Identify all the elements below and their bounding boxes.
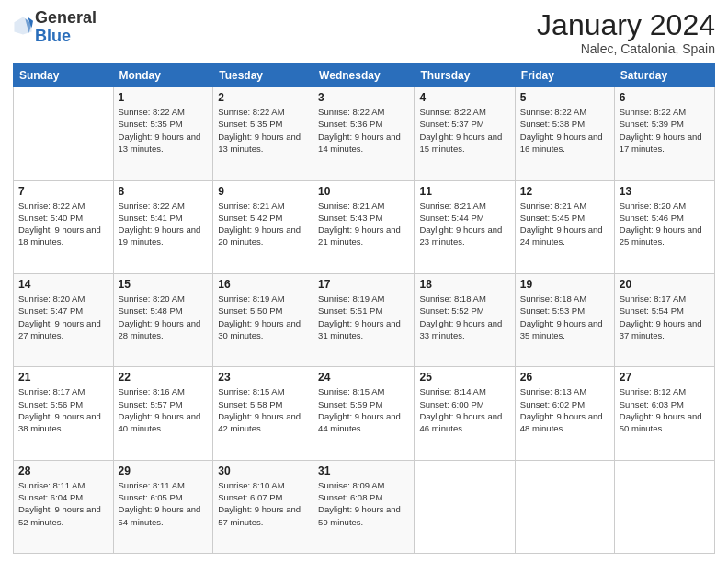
day-cell-17: 17Sunrise: 8:19 AMSunset: 5:51 PMDayligh… [313,273,415,366]
day-info: Sunrise: 8:22 AMSunset: 5:40 PMDaylight:… [18,200,108,248]
logo-blue-text: Blue [35,27,71,45]
day-cell-26: 26Sunrise: 8:13 AMSunset: 6:02 PMDayligh… [515,367,614,460]
col-wednesday: Wednesday [313,64,415,87]
logo-general-text: General [35,8,97,27]
day-info: Sunrise: 8:19 AMSunset: 5:51 PMDaylight:… [318,293,409,341]
day-info: Sunrise: 8:20 AMSunset: 5:46 PMDaylight:… [620,200,710,248]
day-cell-7: 7Sunrise: 8:22 AMSunset: 5:40 PMDaylight… [14,180,114,273]
day-number: 19 [520,278,609,291]
day-cell-13: 13Sunrise: 8:20 AMSunset: 5:46 PMDayligh… [614,180,714,273]
day-cell-1: 1Sunrise: 8:22 AMSunset: 5:35 PMDaylight… [113,87,213,180]
day-cell-11: 11Sunrise: 8:21 AMSunset: 5:44 PMDayligh… [415,180,515,273]
day-info: Sunrise: 8:14 AMSunset: 6:00 PMDaylight:… [419,385,509,434]
day-info: Sunrise: 8:17 AMSunset: 5:54 PMDaylight:… [620,293,710,341]
day-number: 6 [620,91,710,104]
week-row-1: 1Sunrise: 8:22 AMSunset: 5:35 PMDaylight… [14,87,715,180]
day-cell-8: 8Sunrise: 8:22 AMSunset: 5:41 PMDaylight… [113,180,213,273]
day-number: 27 [620,371,710,384]
day-cell-19: 19Sunrise: 8:18 AMSunset: 5:53 PMDayligh… [515,273,614,366]
day-info: Sunrise: 8:22 AMSunset: 5:35 PMDaylight:… [119,106,209,155]
day-info: Sunrise: 8:15 AMSunset: 5:58 PMDaylight:… [218,385,308,434]
calendar-header: Sunday Monday Tuesday Wednesday Thursday… [14,64,715,87]
day-cell-12: 12Sunrise: 8:21 AMSunset: 5:45 PMDayligh… [515,180,614,273]
day-number: 12 [520,185,609,198]
day-number: 11 [419,185,509,198]
day-number: 5 [520,91,609,104]
day-info: Sunrise: 8:20 AMSunset: 5:47 PMDaylight:… [18,293,108,341]
day-cell-34 [614,460,714,553]
day-number: 24 [318,371,409,384]
day-cell-5: 5Sunrise: 8:22 AMSunset: 5:38 PMDaylight… [515,87,614,180]
title-block: January 2024 Nalec, Catalonia, Spain [537,9,715,56]
day-info: Sunrise: 8:17 AMSunset: 5:56 PMDaylight:… [18,385,108,434]
day-number: 20 [620,278,710,291]
day-cell-9: 9Sunrise: 8:21 AMSunset: 5:42 PMDaylight… [213,180,313,273]
day-number: 15 [119,278,209,291]
day-number: 16 [218,278,308,291]
day-info: Sunrise: 8:22 AMSunset: 5:39 PMDaylight:… [620,106,710,155]
day-cell-20: 20Sunrise: 8:17 AMSunset: 5:54 PMDayligh… [614,273,714,366]
day-number: 17 [318,278,409,291]
day-number: 4 [419,91,509,104]
day-cell-32 [415,460,515,553]
day-info: Sunrise: 8:21 AMSunset: 5:43 PMDaylight:… [318,200,409,248]
day-info: Sunrise: 8:21 AMSunset: 5:44 PMDaylight:… [419,200,509,248]
day-info: Sunrise: 8:21 AMSunset: 5:45 PMDaylight:… [520,200,609,248]
day-cell-16: 16Sunrise: 8:19 AMSunset: 5:50 PMDayligh… [213,273,313,366]
day-number: 8 [119,185,209,198]
calendar-table: Sunday Monday Tuesday Wednesday Thursday… [13,63,715,554]
day-number: 25 [419,371,509,384]
day-cell-10: 10Sunrise: 8:21 AMSunset: 5:43 PMDayligh… [313,180,415,273]
header: General Blue January 2024 Nalec, Catalon… [13,9,715,56]
calendar-body: 1Sunrise: 8:22 AMSunset: 5:35 PMDaylight… [14,87,715,554]
day-info: Sunrise: 8:22 AMSunset: 5:41 PMDaylight:… [119,200,209,248]
day-cell-23: 23Sunrise: 8:15 AMSunset: 5:58 PMDayligh… [213,367,313,460]
day-number: 29 [119,465,209,477]
day-cell-15: 15Sunrise: 8:20 AMSunset: 5:48 PMDayligh… [113,273,213,366]
day-info: Sunrise: 8:11 AMSunset: 6:05 PMDaylight:… [119,479,209,528]
day-cell-22: 22Sunrise: 8:16 AMSunset: 5:57 PMDayligh… [113,367,213,460]
day-cell-18: 18Sunrise: 8:18 AMSunset: 5:52 PMDayligh… [415,273,515,366]
day-cell-4: 4Sunrise: 8:22 AMSunset: 5:37 PMDaylight… [415,87,515,180]
day-cell-14: 14Sunrise: 8:20 AMSunset: 5:47 PMDayligh… [14,273,114,366]
location: Nalec, Catalonia, Spain [537,41,715,56]
day-number: 26 [520,371,609,384]
day-cell-24: 24Sunrise: 8:15 AMSunset: 5:59 PMDayligh… [313,367,415,460]
day-number: 9 [218,185,308,198]
day-number: 14 [18,278,108,291]
day-info: Sunrise: 8:19 AMSunset: 5:50 PMDaylight:… [218,293,308,341]
day-cell-28: 28Sunrise: 8:11 AMSunset: 6:04 PMDayligh… [14,460,114,553]
day-info: Sunrise: 8:18 AMSunset: 5:53 PMDaylight:… [520,293,609,341]
day-cell-6: 6Sunrise: 8:22 AMSunset: 5:39 PMDaylight… [614,87,714,180]
logo-icon [13,16,33,36]
day-cell-3: 3Sunrise: 8:22 AMSunset: 5:36 PMDaylight… [313,87,415,180]
day-number: 18 [419,278,509,291]
day-info: Sunrise: 8:22 AMSunset: 5:36 PMDaylight:… [318,106,409,155]
day-info: Sunrise: 8:22 AMSunset: 5:37 PMDaylight:… [419,106,509,155]
day-cell-21: 21Sunrise: 8:17 AMSunset: 5:56 PMDayligh… [14,367,114,460]
day-cell-27: 27Sunrise: 8:12 AMSunset: 6:03 PMDayligh… [614,367,714,460]
col-friday: Friday [515,64,614,87]
page: General Blue January 2024 Nalec, Catalon… [0,0,728,563]
day-info: Sunrise: 8:21 AMSunset: 5:42 PMDaylight:… [218,200,308,248]
day-cell-30: 30Sunrise: 8:10 AMSunset: 6:07 PMDayligh… [213,460,313,553]
day-info: Sunrise: 8:10 AMSunset: 6:07 PMDaylight:… [218,479,308,528]
day-cell-25: 25Sunrise: 8:14 AMSunset: 6:00 PMDayligh… [415,367,515,460]
col-monday: Monday [113,64,213,87]
day-number: 23 [218,371,308,384]
col-saturday: Saturday [614,64,714,87]
day-number: 10 [318,185,409,198]
col-tuesday: Tuesday [213,64,313,87]
day-number: 21 [18,371,108,384]
day-number: 13 [620,185,710,198]
day-info: Sunrise: 8:22 AMSunset: 5:35 PMDaylight:… [218,106,308,155]
day-number: 3 [318,91,409,104]
day-info: Sunrise: 8:11 AMSunset: 6:04 PMDaylight:… [18,479,108,528]
day-info: Sunrise: 8:22 AMSunset: 5:38 PMDaylight:… [520,106,609,155]
day-info: Sunrise: 8:13 AMSunset: 6:02 PMDaylight:… [520,385,609,434]
week-row-3: 14Sunrise: 8:20 AMSunset: 5:47 PMDayligh… [14,273,715,366]
day-cell-29: 29Sunrise: 8:11 AMSunset: 6:05 PMDayligh… [113,460,213,553]
day-info: Sunrise: 8:18 AMSunset: 5:52 PMDaylight:… [419,293,509,341]
day-info: Sunrise: 8:12 AMSunset: 6:03 PMDaylight:… [620,385,710,434]
day-info: Sunrise: 8:20 AMSunset: 5:48 PMDaylight:… [119,293,209,341]
